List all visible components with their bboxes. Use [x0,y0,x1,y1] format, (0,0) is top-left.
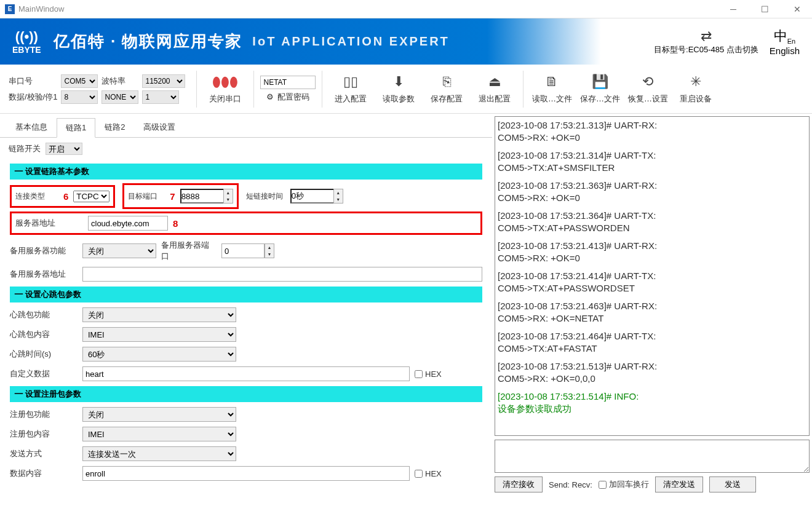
parity-select[interactable]: NONE [102,90,138,104]
form-scroll[interactable]: 设置链路基本参数 连接类型 6 TCPC 目标端口 7 ▲▼ 短链接时间 [0,160,492,495]
switch-icon: ⇄ [701,28,712,44]
send-mode-select[interactable]: 连接发送一次 [82,446,236,461]
backup-addr-input[interactable] [82,267,482,282]
hex-label: HEX [425,469,442,478]
clear-send-button[interactable]: 清空发送 [655,476,703,492]
reg-func-label: 注册包功能 [10,409,78,420]
spin-up-icon[interactable]: ▲ [334,189,343,196]
maximize-icon[interactable]: ☐ [755,2,775,17]
backup-addr-label: 备用服务器地址 [10,269,78,280]
spin-up-icon[interactable]: ▲ [265,244,274,251]
download-icon: ⬇ [393,74,404,90]
divider [523,71,523,108]
link-switch-select[interactable]: 开启 [46,143,82,155]
backup-func-select[interactable]: 关闭 [82,243,156,258]
hex-label: HEX [425,370,442,379]
tab-link1[interactable]: 链路1 [57,118,95,138]
config-password-button[interactable]: ⚙ 配置密码 [266,92,309,103]
close-serial-button[interactable]: ⬮⬮⬮ 关闭串口 [203,69,247,109]
language-label: English [770,45,800,56]
save-config-button[interactable]: ⎘保存配置 [424,69,469,109]
send-button[interactable]: 发送 [709,476,756,492]
hb-time-select[interactable]: 60秒 [82,347,236,362]
restore-button[interactable]: ⟲恢复…设置 [626,69,670,109]
crlf-label: 加回车换行 [609,479,649,490]
close-icon[interactable]: ✕ [787,2,807,17]
backup-port-spinner[interactable]: ▲▼ [221,243,274,258]
save-file-button[interactable]: 💾保存…文件 [578,69,622,109]
annotation-box-8: 服务器地址 8 [10,212,482,235]
exit-icon: ⏏ [488,74,501,90]
target-port-label: 目标端口 [128,191,165,202]
databits-select[interactable]: 8 [61,90,98,104]
target-label: 目标型号:EC05-485 点击切换 [654,44,758,55]
antenna-icon: ((•)) [15,29,38,45]
serial-port-icon: ⬮⬮⬮ [212,74,238,90]
spin-up-icon[interactable]: ▲ [224,189,233,196]
restore-icon: ⟲ [642,74,653,90]
logo: ((•)) EBYTE [12,29,41,55]
crlf-checkbox[interactable] [599,481,607,489]
reboot-button[interactable]: ✳重启设备 [674,69,718,109]
reg-content-label: 注册包内容 [10,429,78,440]
bottom-bar: 清空接收 Send: Recv: 加回车换行 清空发送 发送 [495,476,810,492]
reg-hex-check[interactable]: HEX [415,469,482,478]
password-input[interactable] [260,76,316,89]
baud-select[interactable]: 115200 [142,74,185,88]
hb-content-select[interactable]: IMEI [82,327,236,342]
spin-down-icon[interactable]: ▼ [224,196,233,203]
enter-config-label: 进入配置 [335,93,367,105]
spin-down-icon[interactable]: ▼ [334,196,343,203]
tab-link2[interactable]: 链路2 [95,117,134,137]
backup-func-label: 备用服务器功能 [10,245,78,256]
restore-label: 恢复…设置 [628,93,668,105]
target-port-input[interactable] [180,189,223,204]
section-register: 设置注册包参数 [10,386,482,402]
log-output[interactable]: [2023-10-08 17:53:21.313]# UART-RX: COM5… [495,116,810,436]
export-icon: ⎘ [443,74,451,90]
port-select[interactable]: COM5 [61,74,98,88]
spin-down-icon[interactable]: ▼ [265,251,274,258]
reg-content-select[interactable]: IMEI [82,427,236,441]
port-label: 串口号 [9,76,57,87]
hb-hex-checkbox[interactable] [415,370,423,378]
language-button[interactable]: 中En English [770,27,800,56]
brand-en: IoT APPLICATION EXPERT [252,34,449,49]
short-conn-spinner[interactable]: ▲▼ [290,189,343,204]
enter-config-button[interactable]: ▯▯进入配置 [328,69,373,109]
minimize-icon[interactable]: ─ [724,2,742,17]
password-block: ⚙ 配置密码 [260,76,316,103]
reg-func-select[interactable]: 关闭 [82,407,236,422]
short-conn-input[interactable] [290,189,333,204]
password-btn-label: 配置密码 [277,92,309,103]
send-input[interactable] [495,440,810,473]
reg-hex-checkbox[interactable] [415,470,423,478]
hb-func-select[interactable]: 关闭 [82,307,236,322]
hb-hex-check[interactable]: HEX [415,370,482,379]
clear-recv-button[interactable]: 清空接收 [495,476,543,492]
main: 基本信息 链路1 链路2 高级设置 链路开关 开启 设置链路基本参数 连接类型 … [0,114,812,495]
read-file-button[interactable]: 🗎读取…文件 [530,69,574,109]
read-params-button[interactable]: ⬇读取参数 [376,69,421,109]
hb-func-label: 心跳包功能 [10,309,78,320]
reg-data-input[interactable] [82,466,410,481]
target-model-button[interactable]: ⇄ 目标型号:EC05-485 点击切换 [654,28,758,55]
left-pane: 基本信息 链路1 链路2 高级设置 链路开关 开启 设置链路基本参数 连接类型 … [0,114,492,495]
server-addr-input[interactable] [88,216,168,231]
baud-label: 波特率 [102,76,138,87]
exit-config-button[interactable]: ⏏退出配置 [472,69,517,109]
crlf-check[interactable]: 加回车换行 [599,479,649,490]
banner: ((•)) EBYTE 亿佰特 · 物联网应用专家 IoT APPLICATIO… [0,18,812,65]
stopbits-select[interactable]: 1 [142,90,179,104]
exit-config-label: 退出配置 [479,93,511,105]
gear-icon: ⚙ [266,92,274,101]
backup-port-input[interactable] [221,243,265,258]
target-port-spinner[interactable]: ▲▼ [180,189,233,204]
tab-advanced[interactable]: 高级设置 [134,117,185,137]
tab-basic-info[interactable]: 基本信息 [6,117,57,137]
send-mode-label: 发送方式 [10,448,78,459]
titlebar: E MainWindow ─ ☐ ✕ [0,0,812,18]
conn-type-select[interactable]: TCPC [73,191,109,202]
annotation-8: 8 [173,218,178,229]
hb-custom-input[interactable] [82,366,410,381]
